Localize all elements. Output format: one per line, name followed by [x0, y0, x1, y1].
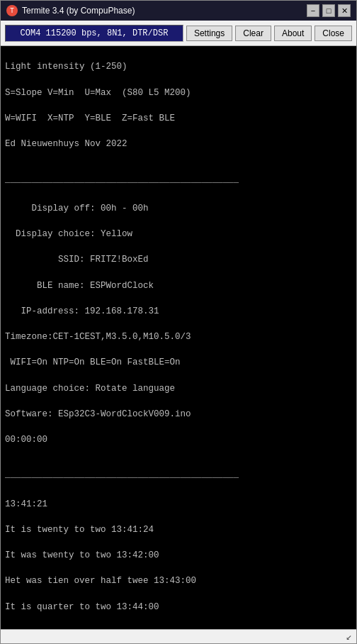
- maximize-button[interactable]: □: [322, 4, 335, 17]
- terminal-line: ────────────────────────────────────────…: [5, 472, 352, 484]
- terminal-line: 00:00:00: [5, 433, 352, 446]
- terminal-line: WIFI=On NTP=On BLE=On FastBLE=On: [5, 356, 352, 369]
- terminal-line: Het was tien over half twee 13:43:00: [5, 574, 352, 587]
- about-button[interactable]: About: [274, 26, 312, 41]
- terminal-line: 13:41:21: [5, 498, 352, 511]
- scroll-indicator: ↙: [346, 631, 352, 643]
- window-controls: − □ ✕: [307, 4, 351, 17]
- close-window-button[interactable]: ✕: [338, 4, 351, 17]
- terminal-output[interactable]: entry 0x403ce000Serial startedScreen sta…: [1, 46, 356, 629]
- terminal-line: It is twenty to two 13:41:24: [5, 523, 352, 536]
- port-info: COM4 115200 bps, 8N1, DTR/DSR: [5, 25, 183, 42]
- terminal-line: It is quarter to two 13:44:00: [5, 601, 352, 614]
- close-button[interactable]: Close: [314, 26, 352, 41]
- window-title: Termite 3.4 (by CompuPhase): [22, 6, 307, 16]
- clear-button[interactable]: Clear: [235, 26, 271, 41]
- terminal-line: IP-address: 192.168.178.31: [5, 305, 352, 318]
- terminal-line: Light intensity (1-250): [5, 60, 352, 73]
- terminal-line: ────────────────────────────────────────…: [5, 177, 352, 189]
- app-icon: T: [6, 5, 18, 16]
- terminal-line: Language choice: Rotate language: [5, 382, 352, 395]
- terminal-line: Software: ESp32C3-WordClockV009.ino: [5, 408, 352, 421]
- terminal-line: Ed Nieuwenhuys Nov 2022: [5, 138, 352, 150]
- terminal-line: Timezone:CET-1CEST,M3.5.0,M10.5.0/3: [5, 331, 352, 343]
- title-bar: T Termite 3.4 (by CompuPhase) − □ ✕: [1, 1, 356, 21]
- terminal-line: Display choice: Yellow: [5, 228, 352, 240]
- terminal-line: It was twenty to two 13:42:00: [5, 549, 352, 562]
- terminal-line: W=WIFI X=NTP Y=BLE Z=Fast BLE: [5, 112, 352, 125]
- terminal-line: R Reset settings @ = Reset MCU: [5, 46, 352, 48]
- terminal-line: S=Slope V=Min U=Max (S80 L5 M200): [5, 87, 352, 99]
- status-bar: ↙: [1, 629, 356, 643]
- settings-button[interactable]: Settings: [186, 26, 232, 41]
- toolbar: COM4 115200 bps, 8N1, DTR/DSR Settings C…: [1, 21, 356, 46]
- terminal-line: SSID: FRITZ!BoxEd: [5, 253, 352, 266]
- terminal-line: Display off: 00h - 00h: [5, 202, 352, 215]
- main-window: T Termite 3.4 (by CompuPhase) − □ ✕ COM4…: [0, 0, 357, 644]
- terminal-line: BLE name: ESPWordClock: [5, 279, 352, 292]
- minimize-button[interactable]: −: [307, 4, 319, 17]
